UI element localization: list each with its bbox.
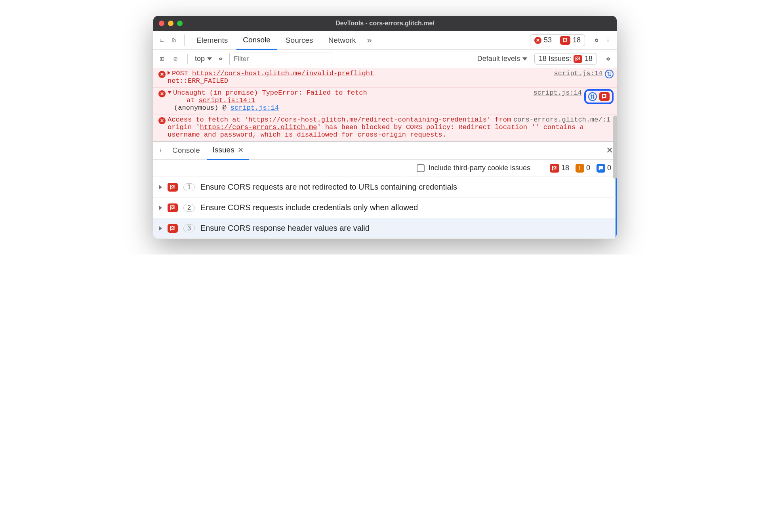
console-output: ✕ POST https://cors-host.glitch.me/inval… bbox=[153, 68, 617, 141]
drawer-tab-console[interactable]: Console bbox=[167, 141, 206, 160]
collapse-icon[interactable] bbox=[168, 91, 172, 94]
error-count: 53 bbox=[544, 36, 552, 44]
svg-point-3 bbox=[608, 38, 608, 39]
issues-filter-bar: Include third-party cookie issues 18 ! 0… bbox=[153, 160, 617, 177]
main-toolbar: Elements Console Sources Network » ✕ 53 … bbox=[153, 31, 617, 50]
drawer-tab-label: Issues bbox=[213, 146, 234, 154]
error-icon: ✕ bbox=[158, 117, 166, 124]
issues-warning-count[interactable]: ! 0 bbox=[576, 164, 590, 173]
tab-console[interactable]: Console bbox=[236, 31, 277, 50]
expand-icon[interactable] bbox=[168, 71, 170, 75]
issue-row[interactable]: 3 Ensure CORS response header values are… bbox=[153, 218, 617, 239]
error-code: net::ERR_FAILED bbox=[168, 77, 228, 85]
msg-part: Access to fetch at ' bbox=[168, 116, 248, 124]
third-party-checkbox[interactable]: Include third-party cookie issues bbox=[417, 164, 530, 172]
sidebar-toggle-icon[interactable] bbox=[157, 54, 167, 64]
console-error-row[interactable]: ✕ Uncaught (in promise) TypeError: Faile… bbox=[153, 87, 617, 114]
expand-icon[interactable] bbox=[159, 185, 162, 190]
error-message: Uncaught (in promise) TypeError: Failed … bbox=[173, 89, 367, 97]
expand-icon[interactable] bbox=[159, 205, 162, 210]
svg-point-4 bbox=[608, 40, 608, 41]
divider bbox=[184, 34, 185, 46]
issue-title: Ensure CORS response header values are v… bbox=[200, 224, 370, 233]
request-url[interactable]: https://cors-host.glitch.me/invalid-pref… bbox=[192, 70, 374, 77]
origin-url[interactable]: https://cors-errors.glitch.me bbox=[200, 124, 317, 131]
issue-count-badge: 3 bbox=[183, 224, 195, 232]
filter-input[interactable] bbox=[229, 53, 332, 65]
tab-network[interactable]: Network bbox=[322, 31, 362, 50]
issue-count-button[interactable]: 18 bbox=[556, 34, 585, 46]
issue-icon bbox=[550, 164, 559, 173]
chevron-down-icon bbox=[207, 57, 212, 61]
issues-info-count[interactable]: 0 bbox=[597, 164, 611, 173]
stack-frame: (anonymous) bbox=[174, 104, 218, 112]
console-settings-icon[interactable] bbox=[603, 54, 613, 64]
console-error-row[interactable]: ✕ cors-errors.glitch.me/:1 Access to fet… bbox=[153, 114, 617, 141]
issue-count-badge: 1 bbox=[183, 183, 195, 191]
status-counts: ✕ 53 18 bbox=[530, 34, 585, 46]
checkbox-label: Include third-party cookie issues bbox=[429, 164, 530, 172]
kebab-menu-icon[interactable] bbox=[603, 36, 613, 45]
stack-source-link[interactable]: script.js:14 bbox=[231, 104, 279, 112]
source-link[interactable]: script.js:14 bbox=[554, 70, 602, 77]
source-link[interactable]: script.js:14 bbox=[534, 89, 582, 97]
source-link[interactable]: cors-errors.glitch.me/:1 bbox=[513, 116, 610, 124]
info-icon bbox=[597, 164, 605, 173]
live-expression-icon[interactable] bbox=[216, 54, 225, 64]
checkbox-icon bbox=[417, 164, 425, 172]
warning-icon: ! bbox=[576, 164, 584, 173]
stack-link[interactable]: script.js:14:1 bbox=[199, 97, 255, 104]
issue-row[interactable]: 1 Ensure CORS requests are not redirecte… bbox=[153, 177, 617, 198]
network-icon[interactable] bbox=[605, 70, 614, 78]
error-icon: ✕ bbox=[158, 90, 166, 97]
issues-label: 18 Issues: bbox=[539, 55, 571, 63]
issue-kind-icon bbox=[168, 224, 178, 233]
issues-list: 1 Ensure CORS requests are not redirecte… bbox=[153, 177, 617, 239]
inspect-element-icon[interactable] bbox=[157, 36, 167, 45]
issues-error-count[interactable]: 18 bbox=[550, 164, 569, 173]
tab-sources[interactable]: Sources bbox=[279, 31, 320, 50]
at-symbol: @ bbox=[222, 104, 226, 112]
count: 0 bbox=[607, 164, 611, 172]
count: 0 bbox=[586, 164, 590, 172]
drawer-menu-icon[interactable] bbox=[156, 146, 165, 155]
issue-icon[interactable] bbox=[599, 92, 610, 101]
device-toggle-icon[interactable] bbox=[169, 36, 179, 45]
issue-row[interactable]: 2 Ensure CORS requests include credentia… bbox=[153, 198, 617, 218]
svg-point-5 bbox=[608, 41, 608, 42]
issue-title: Ensure CORS requests include credentials… bbox=[200, 203, 418, 212]
devtools-window: DevTools - cors-errors.glitch.me/ Elemen… bbox=[153, 16, 617, 239]
titlebar: DevTools - cors-errors.glitch.me/ bbox=[153, 16, 617, 31]
console-error-row[interactable]: ✕ POST https://cors-host.glitch.me/inval… bbox=[153, 68, 617, 87]
error-count-button[interactable]: ✕ 53 bbox=[530, 34, 556, 46]
close-tab-icon[interactable]: ✕ bbox=[238, 146, 244, 154]
more-tabs-icon[interactable]: » bbox=[364, 36, 374, 45]
window-title: DevTools - cors-errors.glitch.me/ bbox=[153, 20, 617, 27]
issues-count: 18 bbox=[585, 55, 593, 63]
issue-kind-icon bbox=[168, 203, 178, 212]
divider bbox=[540, 163, 540, 173]
error-icon: ✕ bbox=[534, 37, 541, 44]
issues-summary-button[interactable]: 18 Issues: 18 bbox=[534, 53, 597, 65]
svg-rect-2 bbox=[174, 40, 175, 42]
drawer-tab-issues[interactable]: Issues ✕ bbox=[207, 142, 249, 160]
issue-icon bbox=[574, 55, 582, 63]
levels-label: Default levels bbox=[477, 55, 520, 63]
issue-icon bbox=[560, 36, 570, 45]
network-icon[interactable] bbox=[588, 92, 597, 101]
issue-count: 18 bbox=[573, 36, 581, 44]
svg-point-9 bbox=[160, 150, 161, 151]
chevron-down-icon bbox=[522, 57, 527, 61]
console-toolbar: top Default levels 18 Issues: 18 bbox=[153, 50, 617, 68]
log-levels-selector[interactable]: Default levels bbox=[477, 55, 527, 63]
divider bbox=[187, 54, 188, 64]
context-selector[interactable]: top bbox=[195, 55, 212, 63]
svg-point-8 bbox=[160, 149, 161, 150]
blocked-url[interactable]: https://cors-host.glitch.me/redirect-con… bbox=[248, 116, 487, 124]
context-label: top bbox=[195, 55, 205, 63]
tab-elements[interactable]: Elements bbox=[190, 31, 234, 50]
settings-icon[interactable] bbox=[591, 36, 601, 45]
http-method: POST bbox=[172, 70, 188, 77]
clear-console-icon[interactable] bbox=[171, 54, 180, 64]
expand-icon[interactable] bbox=[159, 226, 162, 231]
